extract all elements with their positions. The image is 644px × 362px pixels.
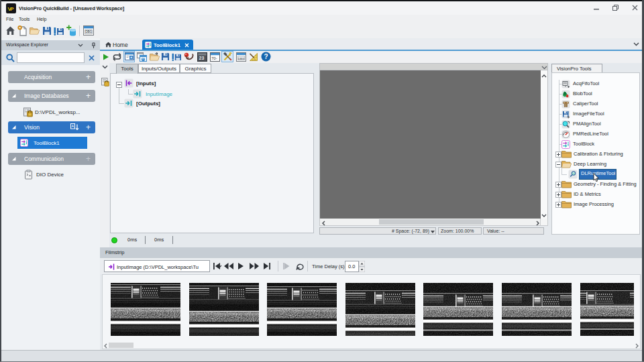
svg-text:23: 23 <box>199 56 205 60</box>
svg-text:?: ? <box>264 53 268 60</box>
svg-text:DBG: DBG <box>85 30 92 34</box>
svg-text:70-: 70- <box>211 56 217 60</box>
svg-text:DBG: DBG <box>238 57 245 60</box>
